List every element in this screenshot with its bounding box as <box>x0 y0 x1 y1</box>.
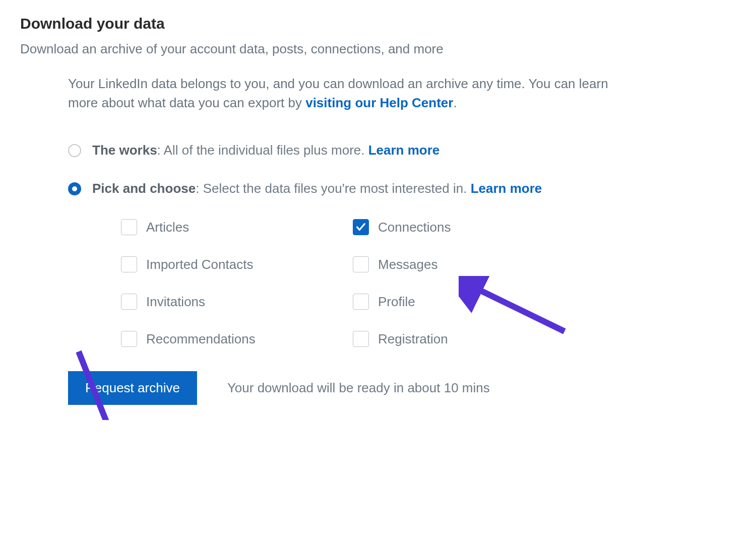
checkbox-messages[interactable] <box>353 256 369 272</box>
checkbox-row-registration[interactable]: Registration <box>353 331 585 347</box>
radio-option-the-works[interactable]: The works: All of the individual files p… <box>68 143 736 158</box>
checkbox-label: Messages <box>378 257 438 272</box>
radio-pick-choose-input[interactable] <box>68 182 81 195</box>
checkbox-row-imported-contacts[interactable]: Imported Contacts <box>121 256 353 272</box>
checkbox-row-invitations[interactable]: Invitations <box>121 294 353 310</box>
checkbox-label: Imported Contacts <box>146 257 253 272</box>
help-center-link[interactable]: visiting our Help Center <box>305 95 453 110</box>
request-archive-button[interactable]: Request archive <box>68 371 197 405</box>
checkbox-recommendations[interactable] <box>121 331 137 347</box>
checkbox-label: Invitations <box>146 294 205 310</box>
checkbox-row-connections[interactable]: Connections <box>353 219 585 235</box>
checkbox-label: Articles <box>146 220 189 235</box>
checkbox-connections[interactable] <box>353 219 369 235</box>
checkbox-row-messages[interactable]: Messages <box>353 256 585 272</box>
footer-wait-text: Your download will be ready in about 10 … <box>227 380 490 396</box>
radio-pick-choose-rest: : Select the data files you're most inte… <box>196 181 470 196</box>
radio-the-works-rest: : All of the individual files plus more. <box>157 143 368 158</box>
intro-text-part2: . <box>453 95 457 110</box>
checkbox-articles[interactable] <box>121 219 137 235</box>
radio-the-works-bold: The works <box>92 143 157 158</box>
learn-more-link-works[interactable]: Learn more <box>368 143 440 158</box>
checkbox-imported-contacts[interactable] <box>121 256 137 272</box>
checkbox-label: Profile <box>378 294 415 310</box>
checkbox-row-articles[interactable]: Articles <box>121 219 353 235</box>
radio-the-works-input[interactable] <box>68 144 81 157</box>
checkbox-label: Recommendations <box>146 331 256 347</box>
checkbox-label: Connections <box>378 220 451 235</box>
radio-option-pick-choose[interactable]: Pick and choose: Select the data files y… <box>68 181 736 196</box>
checkbox-profile[interactable] <box>353 294 369 310</box>
checkbox-registration[interactable] <box>353 331 369 347</box>
page-title: Download your data <box>20 15 736 32</box>
checkbox-row-profile[interactable]: Profile <box>353 294 585 310</box>
learn-more-link-pick[interactable]: Learn more <box>471 181 542 196</box>
checkbox-label: Registration <box>378 331 448 347</box>
checkbox-row-recommendations[interactable]: Recommendations <box>121 331 353 347</box>
page-subtitle: Download an archive of your account data… <box>20 41 736 57</box>
checkbox-invitations[interactable] <box>121 294 137 310</box>
radio-pick-choose-bold: Pick and choose <box>92 181 196 196</box>
intro-text: Your LinkedIn data belongs to you, and y… <box>68 75 622 112</box>
